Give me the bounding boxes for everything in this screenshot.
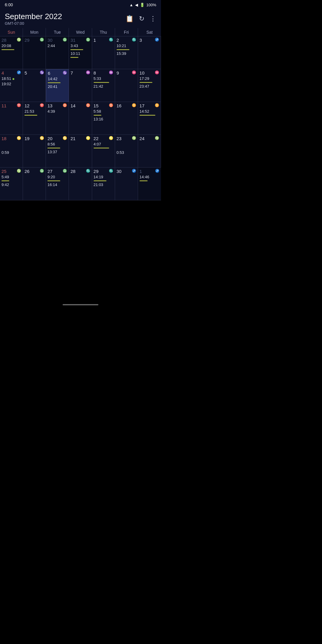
time-bar [140,82,152,83]
time-bar [1,180,9,181]
more-options-icon[interactable]: ⋮ [150,15,156,23]
day-number: 8 [94,70,96,75]
home-indicator[interactable] [63,304,98,305]
cal-cell-sep25[interactable]: 25♍ 5:49 9:42 [0,168,23,200]
wifi-icon: ▲ [129,3,133,7]
time-entry: 4:39 [47,109,67,114]
time-entry: 9:20 [47,174,67,180]
cal-cell-sep15[interactable]: 15♉ 5:58 13:16 [92,102,115,135]
cal-cell-sep18[interactable]: 18♋ 0:59 [0,135,23,168]
status-time: 6:00 [5,2,13,7]
time-entry-2: 20:41 [48,84,67,89]
cal-cell-sep1[interactable]: 1♏ [92,36,115,69]
cal-cell-aug31[interactable]: 31♎ 3:43 10:11 [69,36,92,69]
cal-cell-sep28[interactable]: 28♏ [69,168,92,200]
refresh-icon[interactable]: ↻ [139,15,144,23]
day-number: 19 [24,136,30,141]
cal-cell-aug29[interactable]: 29♎ [23,36,46,69]
cal-cell-sep19[interactable]: 19♋ [23,135,46,168]
day-number: 4 [1,70,4,75]
zodiac-sign: ♌ [109,136,113,140]
time-bar [47,148,60,148]
zodiac-sign: ♎ [63,38,67,42]
time-entry: 20:08 [1,43,21,49]
time-entry-2: 19:02 [1,81,21,87]
cal-cell-sep13[interactable]: 13♉ 4:39 [46,102,69,135]
time-bar [48,82,60,83]
zodiac-sign: ♐ [155,38,159,42]
cal-cell-sep26[interactable]: 26♎ [23,168,46,200]
zodiac-sign: ♑ [63,71,67,75]
cal-cell-aug28[interactable]: 28♍ 20:08 [0,36,23,69]
day-header-tue: Tue [46,28,69,36]
cal-cell-sep12[interactable]: 12♈ 21:53 [23,102,46,135]
cal-cell-sep20[interactable]: 20♋ 8:56 13:37 [46,135,69,168]
day-number: 17 [140,103,145,108]
time-entry: 5:58 [94,109,113,114]
battery-level: 100% [146,3,156,7]
time-entry-2: 10:11 [70,51,90,56]
cal-cell-sep9[interactable]: 9♓ [115,69,138,102]
cal-cell-sep21[interactable]: 21♌ [69,135,92,168]
time-entry: 21:53 [24,109,44,114]
cal-cell-sep24[interactable]: 24♍ [138,135,161,168]
day-number: 30 [117,169,122,174]
time-entry-2: 15:39 [117,51,136,56]
day-number: 13 [47,103,52,108]
day-number: 11 [1,103,7,108]
battery-icon: 🔋 [140,3,145,7]
cal-cell-sep11[interactable]: 11♈ [0,102,23,135]
day-number: 20 [47,136,52,141]
header-action-icons[interactable]: 📋 ↻ ⋮ [126,15,156,23]
cal-cell-sep27[interactable]: 27♎ 9:20 16:14 [46,168,69,200]
calendar-icon[interactable]: 📋 [126,15,134,23]
time-entry: 3:43 [70,43,90,49]
day-number: 23 [117,136,122,141]
cal-cell-sep14[interactable]: 14♉ [69,102,92,135]
zodiac-sign: ♎ [63,169,67,173]
zodiac-sign: ♎ [40,38,44,42]
time-entry: 10:21 [117,43,136,49]
cal-cell-sep22[interactable]: 22♌ 4:07 [92,135,115,168]
cal-cell-sep4[interactable]: 4♐ 18:51 19:02 [0,69,23,102]
cal-cell-sep8[interactable]: 8♒ 5:33 21:42 [92,69,115,102]
cal-cell-sep5[interactable]: 5♑ [23,69,46,102]
zodiac-sign: ♐ [155,169,160,173]
cal-cell-sep23[interactable]: 23♍ 0:53 [115,135,138,168]
day-number: 16 [117,103,122,108]
zodiac-sign: ♎ [40,169,44,173]
zodiac-sign: ♒ [86,70,90,75]
cal-cell-sep10[interactable]: 10♓ 17:29 23:47 [138,69,161,102]
time-bar [24,115,37,116]
cal-cell-sep2[interactable]: 2♏ 10:21 15:39 [115,36,138,69]
time-bar [94,180,106,181]
time-entry: 14:46 [140,174,160,180]
time-bar [47,180,60,181]
cal-cell-sep7[interactable]: 7♒ [69,69,92,102]
day-number: 24 [140,136,145,141]
cal-cell-aug30[interactable]: 30♎ 2:44 [46,36,69,69]
time-entry: 5:33 [94,76,113,81]
cal-cell-sep6[interactable]: 6♑ 14:42 20:41 [46,69,69,102]
day-number: 28 [70,169,75,174]
cal-cell-oct1[interactable]: 1♐ 14:46 [138,168,161,200]
zodiac-sign: ♈ [17,103,21,107]
cal-cell-sep30[interactable]: 30♐ [115,168,138,200]
time-entry: 14:52 [140,109,159,114]
day-header-sun: Sun [0,28,23,36]
time-bar [140,115,155,116]
day-number: 29 [94,169,99,174]
zodiac-sign: ♓ [155,70,159,75]
cal-cell-sep29[interactable]: 29♏ 14:19 21:03 [92,168,115,200]
day-number: 15 [94,103,99,108]
time-entry: 8:56 [47,142,67,147]
cal-cell-sep16[interactable]: 16♊ [115,102,138,135]
day-number: 12 [24,103,30,108]
day-number: 22 [94,136,99,141]
zodiac-sign: ♏ [132,38,136,42]
cal-cell-sep3[interactable]: 3♐ [138,36,161,69]
zodiac-sign: ♊ [155,103,159,107]
cal-cell-sep17[interactable]: 17♊ 14:52 [138,102,161,135]
calendar: Sun Mon Tue Wed Thu Fri Sat 28♍ 20:08 29… [0,28,161,200]
day-number: 6 [48,71,50,76]
